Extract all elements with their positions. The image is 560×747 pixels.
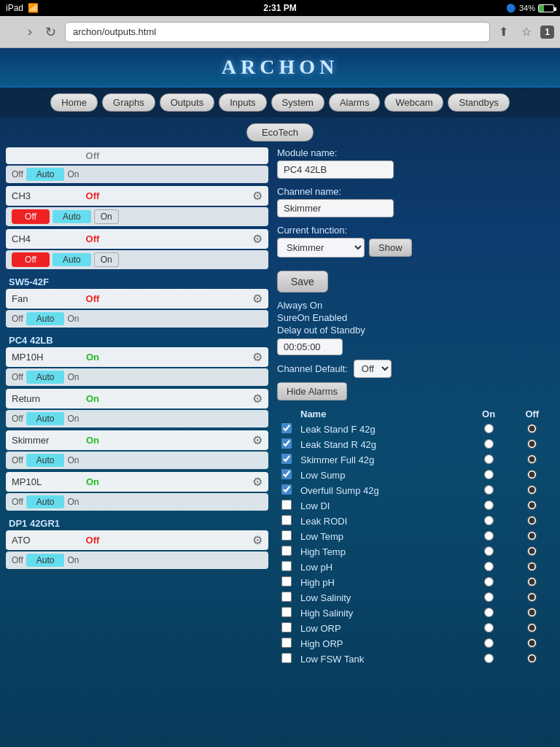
alarm-radio-on[interactable] bbox=[484, 654, 494, 663]
alarm-radio-on[interactable] bbox=[484, 592, 494, 602]
mp10h-gear-icon[interactable]: ⚙ bbox=[252, 350, 262, 364]
url-bar[interactable] bbox=[65, 22, 490, 42]
alarm-radio-on[interactable] bbox=[484, 470, 494, 479]
return-auto-btn[interactable]: Auto bbox=[26, 412, 65, 425]
alarm-radio-on[interactable] bbox=[484, 623, 494, 632]
tab-count[interactable]: 1 bbox=[540, 26, 554, 39]
alarm-radio-off[interactable] bbox=[527, 546, 537, 556]
alarm-radio-off[interactable] bbox=[527, 516, 537, 525]
alarm-radio-off[interactable] bbox=[527, 623, 537, 632]
forward-button[interactable]: › bbox=[23, 23, 36, 41]
share-button[interactable]: ⬆ bbox=[494, 23, 513, 40]
alarm-checkbox[interactable] bbox=[281, 592, 292, 602]
alarm-checkbox[interactable] bbox=[281, 530, 292, 541]
nav-standbys[interactable]: Standbys bbox=[448, 93, 509, 112]
alarm-radio-off[interactable] bbox=[527, 454, 537, 464]
alarm-radio-off[interactable] bbox=[527, 500, 537, 510]
alarm-radio-off[interactable] bbox=[527, 424, 537, 433]
delay-time-input[interactable] bbox=[277, 338, 343, 355]
alarm-checkbox[interactable] bbox=[281, 653, 292, 663]
skimmer-auto-btn[interactable]: Auto bbox=[26, 454, 65, 467]
nav-ecotech[interactable]: EcoTech bbox=[246, 123, 314, 142]
refresh-button[interactable]: ↻ bbox=[41, 23, 61, 42]
mp10h-name: MP10H bbox=[12, 352, 70, 363]
mp10h-auto-btn[interactable]: Auto bbox=[26, 371, 65, 384]
module-name-input[interactable] bbox=[277, 160, 394, 179]
alarm-radio-off[interactable] bbox=[527, 608, 537, 617]
alarm-radio-off[interactable] bbox=[527, 531, 537, 541]
hide-alarms-button[interactable]: Hide Alarms bbox=[277, 382, 347, 400]
alarm-radio-on[interactable] bbox=[484, 439, 494, 449]
ch4-auto-btn[interactable]: Auto bbox=[52, 253, 91, 266]
alarm-radio-off[interactable] bbox=[527, 562, 537, 571]
alarm-checkbox[interactable] bbox=[281, 638, 292, 648]
alarm-checkbox[interactable] bbox=[281, 469, 292, 479]
alarm-checkbox[interactable] bbox=[281, 622, 292, 632]
show-button[interactable]: Show bbox=[369, 239, 412, 257]
alarm-checkbox[interactable] bbox=[281, 454, 292, 464]
ch3-auto-btn[interactable]: Auto bbox=[52, 210, 91, 223]
ch4-name: CH4 bbox=[12, 233, 70, 244]
alarm-radio-on[interactable] bbox=[484, 424, 494, 433]
alarm-checkbox[interactable] bbox=[281, 423, 292, 433]
nav-inputs[interactable]: Inputs bbox=[219, 93, 266, 112]
alarm-radio-off[interactable] bbox=[527, 439, 537, 449]
alarm-checkbox[interactable] bbox=[281, 438, 292, 449]
alarm-checkbox[interactable] bbox=[281, 515, 292, 525]
alarm-checkbox[interactable] bbox=[281, 607, 292, 617]
return-gear-icon[interactable]: ⚙ bbox=[252, 392, 262, 406]
alarm-checkbox[interactable] bbox=[281, 561, 292, 571]
alarm-checkbox[interactable] bbox=[281, 546, 292, 556]
alarm-radio-off[interactable] bbox=[527, 638, 537, 648]
alarm-radio-on[interactable] bbox=[484, 531, 494, 541]
alarm-radio-on[interactable] bbox=[484, 638, 494, 648]
nav-alarms[interactable]: Alarms bbox=[329, 93, 380, 112]
channel-default-select[interactable]: Off On bbox=[354, 360, 392, 378]
alarm-radio-on[interactable] bbox=[484, 454, 494, 464]
alarm-radio-off[interactable] bbox=[527, 592, 537, 602]
ch3-gear-icon[interactable]: ⚙ bbox=[252, 189, 262, 203]
nav-graphs[interactable]: Graphs bbox=[102, 93, 155, 112]
ch4-gear-icon[interactable]: ⚙ bbox=[252, 232, 262, 246]
alarm-name: Low Salinity bbox=[296, 590, 467, 605]
ato-auto-btn[interactable]: Auto bbox=[26, 554, 65, 567]
fan-auto-btn[interactable]: Auto bbox=[26, 312, 65, 325]
alarm-radio-on[interactable] bbox=[484, 516, 494, 525]
mp10l-gear-icon[interactable]: ⚙ bbox=[252, 475, 262, 489]
nav-webcam[interactable]: Webcam bbox=[384, 93, 443, 112]
alarm-radio-off[interactable] bbox=[527, 577, 537, 587]
channel-name-input[interactable] bbox=[277, 199, 394, 217]
ato-gear-icon[interactable]: ⚙ bbox=[252, 533, 262, 547]
ato-row: ATO Off ⚙ bbox=[6, 530, 268, 550]
nav-home[interactable]: Home bbox=[50, 93, 98, 112]
ch3-on-btn[interactable]: On bbox=[94, 209, 119, 224]
alarm-radio-on[interactable] bbox=[484, 562, 494, 571]
back-button[interactable]: ‹ bbox=[6, 23, 19, 41]
alarm-radio-on[interactable] bbox=[484, 577, 494, 587]
ch4-on-btn[interactable]: On bbox=[94, 252, 119, 267]
alarm-row: High pH bbox=[277, 575, 554, 590]
alarm-checkbox[interactable] bbox=[281, 484, 292, 495]
alarm-radio-on[interactable] bbox=[484, 500, 494, 510]
ch4-off-btn[interactable]: Off bbox=[12, 252, 50, 267]
alarm-radio-off[interactable] bbox=[527, 485, 537, 495]
bookmark-button[interactable]: ☆ bbox=[517, 23, 536, 40]
alarm-radio-off[interactable] bbox=[527, 470, 537, 479]
alarm-radio-on[interactable] bbox=[484, 485, 494, 495]
alarm-radio-on[interactable] bbox=[484, 608, 494, 617]
nav-system[interactable]: System bbox=[271, 93, 324, 112]
current-function-select[interactable]: Skimmer bbox=[277, 238, 365, 258]
mp10l-auto-btn[interactable]: Auto bbox=[26, 495, 65, 508]
skimmer-gear-icon[interactable]: ⚙ bbox=[252, 433, 262, 447]
alarm-radio-on[interactable] bbox=[484, 546, 494, 556]
alarm-checkbox[interactable] bbox=[281, 500, 292, 510]
ctrl-auto[interactable]: Auto bbox=[26, 168, 65, 181]
ch3-off-btn[interactable]: Off bbox=[12, 209, 50, 224]
save-button[interactable]: Save bbox=[277, 271, 328, 293]
nav-outputs[interactable]: Outputs bbox=[160, 93, 215, 112]
alarm-checkbox[interactable] bbox=[281, 576, 292, 587]
fan-gear-icon[interactable]: ⚙ bbox=[252, 292, 262, 306]
logo: ARCHON bbox=[7, 55, 553, 79]
skimmer-controls: Off Auto On bbox=[6, 452, 268, 469]
alarm-radio-off[interactable] bbox=[527, 654, 537, 663]
